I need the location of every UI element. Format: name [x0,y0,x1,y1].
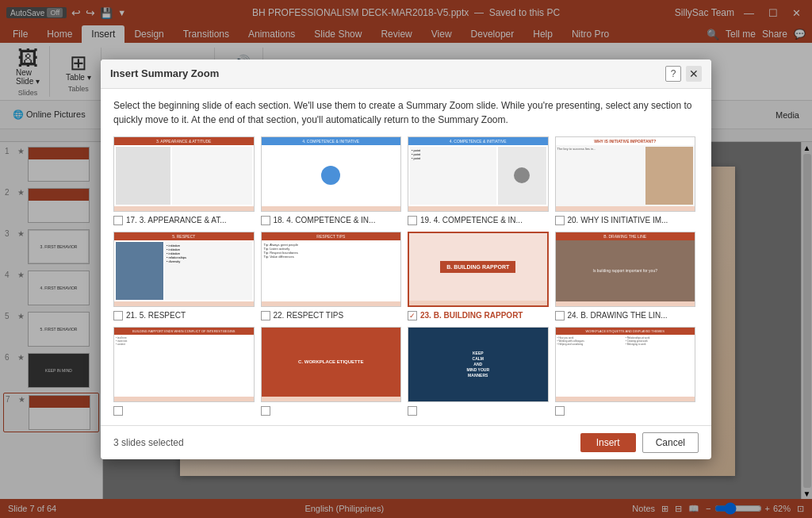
slide-label-text-21: 21. 5. RESPECT [126,310,186,320]
slide-thumb-28[interactable]: WORKPLACE ETIQUETTE AND DISPLAYED THEMES… [555,327,696,402]
insert-summary-zoom-dialog: Insert Summary Zoom ? ✕ Select the begin… [101,59,711,459]
checkbox-17[interactable] [113,216,123,225]
slide-label-text-24: 24. B. DRAWING THE LIN... [568,310,668,320]
checkbox-19[interactable] [408,216,417,225]
slides-selected-count: 3 slides selected [113,437,184,448]
insert-button[interactable]: Insert [580,433,636,452]
slide-label-24: 24. B. DRAWING THE LIN... [555,310,696,320]
checkbox-27[interactable] [408,406,417,416]
modal-body: Select the beginning slide of each secti… [101,89,711,425]
slide-label-25 [113,405,255,416]
checkbox-23[interactable]: ✓ [408,311,417,320]
modal-close-button[interactable]: ✕ [686,66,702,82]
slide-item-21: 5. RESPECT • initiative• initiative• ini… [113,232,255,320]
slide-label-text-23: 23. B. BUILDING RAPPORT [420,310,523,320]
slide-label-22: 22. RESPECT TIPS [261,310,402,320]
slide-item-28: WORKPLACE ETIQUETTE AND DISPLAYED THEMES… [555,327,696,416]
checkbox-21[interactable] [113,311,123,320]
slide-item-25: BUILDING RAPPORT ENDS WHEN CONFLICT OF I… [113,327,255,416]
modal-overlay: Insert Summary Zoom ? ✕ Select the begin… [0,0,812,518]
slide-label-23: ✓ 23. B. BUILDING RAPPORT [408,310,549,320]
slide-label-20: 20. WHY IS INITIATIVE IM... [555,215,696,225]
slide-label-text-19: 19. 4. COMPETENCE & IN... [420,215,523,225]
slide-label-21: 21. 5. RESPECT [113,310,255,320]
slides-grid: 3. APPEARANCE & ATTITUDE 17. 3. APPEARAN… [113,136,699,416]
modal-title: Insert Summary Zoom [110,67,219,79]
slide-thumb-24[interactable]: B. DRAWING THE LINE Is building rapport … [555,232,696,307]
checkbox-20[interactable] [555,216,565,225]
slide-thumb-22[interactable]: RESPECT TIPS Tip: Always greet peopleTip… [261,232,402,307]
slide-thumb-23[interactable]: B. BUILDING RAPPORT [408,232,549,307]
slide-label-26 [261,405,402,416]
slide-thumb-25[interactable]: BUILDING RAPPORT ENDS WHEN CONFLICT OF I… [113,327,255,402]
checkbox-24[interactable] [555,311,565,320]
slide-label-text-20: 20. WHY IS INITIATIVE IM... [568,215,668,225]
checkbox-25[interactable] [113,406,123,416]
slide-item-24: B. DRAWING THE LINE Is building rapport … [555,232,696,320]
slide-item-17: 3. APPEARANCE & ATTITUDE 17. 3. APPEARAN… [113,136,255,225]
slide-thumb-26[interactable]: C. WORKPLACE ETIQUETTE [261,327,402,402]
slide-thumb-17[interactable]: 3. APPEARANCE & ATTITUDE [113,136,255,212]
slide-thumb-19[interactable]: 4. COMPETENCE & INITIATIVE • point• poin… [408,136,549,212]
slide-item-27: KEEPCALMANDMIND YOURMANNERS [408,327,549,416]
modal-controls: ? ✕ [665,66,702,82]
modal-description: Select the beginning slide of each secti… [113,98,699,127]
cancel-button[interactable]: Cancel [642,432,699,453]
slide-label-19: 19. 4. COMPETENCE & IN... [408,215,549,225]
checkbox-22[interactable] [261,311,270,320]
slide-label-text-18: 18. 4. COMPETENCE & IN... [274,215,376,225]
checkbox-26[interactable] [261,406,270,416]
slide-label-27 [408,405,549,416]
slide-item-19: 4. COMPETENCE & INITIATIVE • point• poin… [408,136,549,225]
slide-item-26: C. WORKPLACE ETIQUETTE [261,327,402,416]
slide-item-20: WHY IS INITIATIVE IMPORTANT? The key to … [555,136,696,225]
modal-footer: 3 slides selected Insert Cancel [101,425,711,459]
slide-thumb-18[interactable]: 4. COMPETENCE & INITIATIVE [261,136,402,212]
slide-item-18: 4. COMPETENCE & INITIATIVE 18. 4. COMPET… [261,136,402,225]
modal-help-button[interactable]: ? [665,66,681,82]
slide-label-18: 18. 4. COMPETENCE & IN... [261,215,402,225]
slide-label-text-22: 22. RESPECT TIPS [274,310,344,320]
checkbox-18[interactable] [261,216,270,225]
slide-thumb-27[interactable]: KEEPCALMANDMIND YOURMANNERS [408,327,549,402]
slide-item-22: RESPECT TIPS Tip: Always greet peopleTip… [261,232,402,320]
checkbox-28[interactable] [555,406,565,416]
slide-thumb-21[interactable]: 5. RESPECT • initiative• initiative• ini… [113,232,255,307]
slide-label-text-17: 17. 3. APPEARANCE & AT... [126,215,227,225]
slide-label-17: 17. 3. APPEARANCE & AT... [113,215,255,225]
slide-thumb-20[interactable]: WHY IS INITIATIVE IMPORTANT? The key to … [555,136,696,212]
slide-label-28 [555,405,696,416]
slide-item-23: B. BUILDING RAPPORT ✓ 23. B. BUILDING RA… [408,232,549,320]
modal-header: Insert Summary Zoom ? ✕ [101,59,711,89]
